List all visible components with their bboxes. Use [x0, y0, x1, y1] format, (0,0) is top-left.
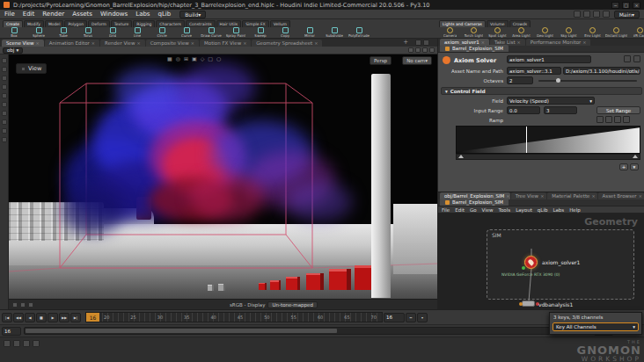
- pane-tab[interactable]: Material Palette×: [547, 192, 596, 199]
- octaves-slider[interactable]: [538, 80, 637, 82]
- shelf-tool[interactable]: Torch Light: [463, 27, 485, 38]
- camera-status[interactable]: No cam ▾: [402, 56, 432, 65]
- close-tab-icon[interactable]: ×: [243, 40, 246, 46]
- pose-tool-icon[interactable]: [2, 102, 7, 107]
- transport-button[interactable]: ◀: [25, 313, 35, 322]
- close-tab-icon[interactable]: ×: [91, 40, 95, 46]
- shelf-tool[interactable]: PolyExtrude: [348, 27, 370, 38]
- star-icon[interactable]: [408, 47, 413, 53]
- shelf-tool[interactable]: Distant Light: [605, 27, 627, 38]
- range-max-field[interactable]: 3: [544, 106, 577, 114]
- help-icon[interactable]: [603, 11, 610, 18]
- network-menu-item[interactable]: View: [482, 207, 494, 213]
- menu-item[interactable]: Render: [42, 11, 64, 18]
- transport-button[interactable]: |◀: [2, 313, 12, 322]
- pane-tab[interactable]: Motion FX View×: [200, 40, 251, 47]
- ramp-add-key-button[interactable]: +: [619, 163, 628, 170]
- grid-icon[interactable]: [422, 47, 428, 53]
- key-all-channels-button[interactable]: Key All Channels ▾: [553, 322, 639, 331]
- transport-button[interactable]: ▶|: [70, 313, 81, 322]
- param-node-tab[interactable]: Barrel_Explosion_SIM: [440, 45, 509, 52]
- ramp-key-marker[interactable]: [458, 155, 464, 158]
- shelf-tab[interactable]: Vellum: [270, 20, 290, 27]
- shelf-tab[interactable]: Volume: [487, 20, 509, 27]
- shelf-tab[interactable]: Hair Utils: [216, 20, 242, 27]
- shelf-tool[interactable]: Line: [126, 27, 149, 38]
- loop-mode-button[interactable]: ↔: [406, 313, 416, 322]
- memory-icon[interactable]: [4, 340, 11, 347]
- tonemap-select[interactable]: Un-tone-mapped: [267, 301, 317, 308]
- pin-pane-icon[interactable]: [415, 40, 421, 46]
- transport-button[interactable]: ■: [36, 313, 47, 322]
- quickview-icon[interactable]: ▢: [208, 55, 213, 62]
- ramp-preset3-icon[interactable]: [614, 116, 621, 123]
- shelf-tool[interactable]: Tube: [52, 27, 75, 38]
- network-menu-item[interactable]: File: [442, 207, 450, 213]
- menu-item[interactable]: Edit: [23, 11, 35, 18]
- playback-options-button[interactable]: ▾: [417, 313, 428, 322]
- ramp-key-marker[interactable]: [633, 155, 638, 158]
- set-range-button[interactable]: Set Range: [596, 106, 640, 114]
- view-menu[interactable]: View: [16, 63, 47, 74]
- cook-status-icon[interactable]: [23, 340, 30, 347]
- shelf-tab[interactable]: Crowds: [509, 20, 531, 27]
- camera-select[interactable]: Persp: [370, 56, 392, 65]
- shelf-tool[interactable]: Spray Paint: [224, 27, 247, 38]
- transport-button[interactable]: ▶▶: [59, 313, 70, 322]
- scale-tool-icon[interactable]: [2, 84, 7, 90]
- transport-button[interactable]: ▶: [48, 313, 58, 322]
- shelf-tab[interactable]: Deform: [88, 20, 110, 27]
- close-tab-icon[interactable]: ×: [314, 40, 318, 46]
- shelf-tool[interactable]: Area Light: [510, 27, 532, 38]
- shelf-tool[interactable]: Circle: [150, 27, 173, 38]
- construction-plane-icon[interactable]: ▣: [192, 55, 197, 62]
- close-tab-icon[interactable]: ×: [591, 193, 595, 199]
- ramp-options-button[interactable]: ▾: [630, 163, 639, 170]
- shelf-tab[interactable]: Characters: [156, 20, 185, 27]
- octaves-field[interactable]: 2: [507, 76, 533, 84]
- shelf-tab[interactable]: Model: [45, 20, 64, 27]
- domelight-icon[interactable]: ○: [216, 55, 221, 62]
- node-input-flag[interactable]: [519, 302, 523, 306]
- pane-tab[interactable]: Animation Editor×: [45, 40, 99, 47]
- menu-item[interactable]: Labs: [135, 11, 150, 18]
- network-menu-item[interactable]: Edit: [455, 207, 465, 213]
- menu-item[interactable]: File: [4, 11, 15, 18]
- snapshot-icon[interactable]: [574, 11, 581, 18]
- field-dropdown[interactable]: Velocity (Speed)▾: [507, 97, 595, 105]
- range-min-field[interactable]: 0.0: [507, 106, 540, 114]
- misc-tool-icon[interactable]: [2, 128, 7, 134]
- shelf-tool[interactable]: Copy: [274, 27, 296, 38]
- shelf-tool[interactable]: Sweep: [249, 27, 272, 38]
- main-desktop-selector[interactable]: Main ▾: [614, 11, 640, 18]
- close-tab-icon[interactable]: ×: [639, 193, 642, 199]
- ramp-preset4-icon[interactable]: [623, 116, 630, 123]
- rotate-tool-icon[interactable]: [2, 76, 7, 81]
- select-tool-icon[interactable]: [2, 58, 7, 63]
- network-menu-item[interactable]: Labs: [553, 207, 564, 213]
- misc-tool2-icon[interactable]: [2, 137, 7, 142]
- network-canvas[interactable]: Geometry SIM axiom_solver1 NVIDIA GeForc…: [438, 214, 644, 310]
- window-control-button[interactable]: −: [611, 2, 619, 9]
- network-menu-item[interactable]: Layout: [516, 207, 532, 213]
- shelf-tool[interactable]: Env Light: [582, 27, 604, 38]
- shelf-tool[interactable]: Spot Light: [487, 27, 509, 38]
- shelf-tab[interactable]: Simple FX: [242, 20, 268, 27]
- shading-mode-icon[interactable]: [20, 302, 26, 308]
- ramp-preset1-icon[interactable]: [596, 116, 604, 123]
- shelf-tab[interactable]: Modify: [24, 20, 44, 27]
- close-tab-icon[interactable]: ×: [517, 40, 521, 45]
- current-frame-marker[interactable]: 16: [86, 313, 99, 322]
- render-icon[interactable]: [593, 11, 600, 18]
- camera-icon[interactable]: [415, 47, 421, 53]
- split-pane-icon[interactable]: [423, 40, 429, 46]
- current-frame-field[interactable]: 16: [384, 313, 405, 322]
- scene-viewport[interactable]: ▦ ◎ ⊞ ▣ ◇ ▢ ○ View Persp No cam ▾ sRGB -…: [9, 54, 437, 309]
- asset-path-field[interactable]: D:/axiom/3.1.100/houdini/otls/axiom3.1.h…: [563, 67, 640, 75]
- asset-name-field[interactable]: axiom_solver::3.1: [507, 67, 561, 75]
- shelf-tool[interactable]: Draw Curve: [200, 27, 223, 38]
- update-mode-icon[interactable]: [33, 340, 40, 347]
- menu-item[interactable]: Assets: [72, 11, 92, 18]
- global-range-slider[interactable]: [24, 327, 591, 335]
- menu-item[interactable]: qLib: [158, 11, 172, 18]
